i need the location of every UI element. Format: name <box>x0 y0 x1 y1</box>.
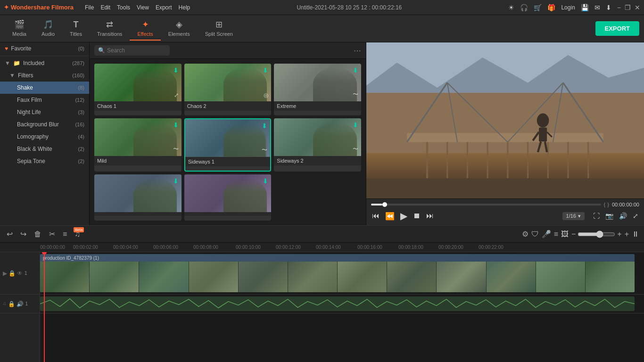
toolbar-elements[interactable]: ◈ Elements <box>161 16 198 41</box>
audio-clip[interactable] <box>40 296 635 311</box>
toolbar-split-screen[interactable]: ⊞ Split Screen <box>198 16 240 41</box>
menu-edit[interactable]: Edit <box>100 4 110 11</box>
included-item[interactable]: ▼ 📁 Included (287) <box>0 57 89 69</box>
search-icon: 🔍 <box>98 47 105 54</box>
minimize-button[interactable]: − <box>617 4 621 11</box>
effect-card-extreme[interactable]: ⬇ 〜 Extreme <box>274 64 361 115</box>
toolbar-media[interactable]: 🎬 Media <box>5 16 34 41</box>
play-track-icon[interactable]: ▶ <box>3 270 7 277</box>
toolbar-audio[interactable]: 🎵 Audio <box>34 16 62 41</box>
menu-tools[interactable]: Tools <box>117 4 130 11</box>
progress-bar-row: { } 00:00:00:00 <box>371 202 639 207</box>
ruler-mark-11: 00:00:22:00 <box>479 245 504 250</box>
beta-badge: Beta <box>74 227 84 232</box>
cart-icon[interactable]: 🛒 <box>534 4 542 11</box>
audio-track-icon[interactable]: ♫ <box>3 301 7 307</box>
snapshot-button[interactable]: 📷 <box>604 211 614 221</box>
toolbar-transitions[interactable]: ⇄ Transitions <box>90 16 130 41</box>
svg-rect-20 <box>539 127 547 141</box>
night-life-item[interactable]: Night Life (3) <box>0 106 89 118</box>
mail-icon[interactable]: ✉ <box>594 4 600 11</box>
lomography-item[interactable]: Lomography (4) <box>0 131 89 143</box>
expand-icon-chaos1: ⤢ <box>174 92 179 99</box>
settings-button[interactable]: ⤢ <box>632 211 639 221</box>
shake-item[interactable]: Shake (8) <box>0 82 89 94</box>
effect-card-extra2[interactable]: ⬇ <box>184 174 272 221</box>
page-indicator[interactable]: 1/16 ▾ <box>562 212 585 220</box>
ripple-button[interactable]: 🛡 <box>531 230 539 239</box>
lock-track-icon[interactable]: 🔒 <box>8 270 16 277</box>
play-button[interactable]: ▶ <box>399 209 408 222</box>
effect-card-sideways1[interactable]: ⬇ 〜 Sideways 1 <box>184 118 272 172</box>
circle-icon-chaos2: ◎ <box>264 92 268 99</box>
menu-export[interactable]: Export <box>156 4 172 11</box>
effect-card-extra1[interactable]: ⬇ <box>94 174 182 221</box>
export-button[interactable]: EXPORT <box>595 21 639 36</box>
playback-controls: { } 00:00:00:00 ⏮ ⏪ ▶ ⏹ ⏭ 1/16 ▾ ⛶ 📷 🔊 <box>366 198 644 225</box>
gift-icon[interactable]: 🎁 <box>547 4 555 11</box>
video-clip[interactable]: production ID_4782379 (1) <box>40 254 635 292</box>
volume-button[interactable]: 🔊 <box>618 211 628 221</box>
search-bar[interactable]: 🔍 <box>94 45 170 56</box>
volume-audio-icon[interactable]: 🔊 <box>17 301 24 307</box>
zoom-slider[interactable] <box>578 230 615 238</box>
undo-button[interactable]: ↩ <box>5 229 15 239</box>
filters-item[interactable]: ▼ Filters (160) <box>0 69 89 82</box>
window-controls: − ❐ ✕ <box>617 4 640 11</box>
login-button[interactable]: Login <box>561 4 575 11</box>
heart-icon: ♥ <box>5 45 8 52</box>
step-back-button[interactable]: ⏮ <box>371 211 380 221</box>
sepia-tone-item[interactable]: Sepia Tone (2) <box>0 155 89 167</box>
fullscreen-button[interactable]: ⛶ <box>592 211 601 221</box>
prev-frame-button[interactable]: ⏪ <box>384 211 396 222</box>
zoom-in-button[interactable]: + <box>617 230 621 239</box>
svg-rect-3 <box>407 133 603 142</box>
effect-card-mild[interactable]: ⬇ 〜 Mild <box>94 118 182 172</box>
menu-file[interactable]: File <box>85 4 94 11</box>
beat-button[interactable]: ♫ Beta <box>73 229 82 239</box>
restore-button[interactable]: ❐ <box>625 4 631 11</box>
download-icon[interactable]: ⬇ <box>606 4 611 11</box>
svg-rect-2 <box>366 93 644 153</box>
thumbnail-button[interactable]: 🖼 <box>561 230 569 239</box>
stop-button[interactable]: ⏹ <box>412 211 421 221</box>
ruler-mark-6: 00:00:12:00 <box>276 245 301 250</box>
mix-button[interactable]: ≡ <box>554 230 558 239</box>
main-area: ♥ Favorite (0) ▼ 📁 Included (287) ▼ Filt… <box>0 42 644 225</box>
faux-film-item[interactable]: Faux Film (12) <box>0 94 89 106</box>
cut-button[interactable]: ✂ <box>47 229 57 239</box>
fit-button[interactable]: + <box>625 230 629 239</box>
effect-card-sideways2[interactable]: ⬇ 〜 Sideways 2 <box>274 118 361 172</box>
effect-card-chaos1[interactable]: ⬇ ⤢ Chaos 1 <box>94 64 182 115</box>
snap-button[interactable]: ⚙ <box>522 230 528 239</box>
audio-track-number: 1 <box>25 301 28 306</box>
scene-svg <box>366 42 644 198</box>
toolbar-effects[interactable]: ✦ Effects <box>130 16 160 41</box>
grid-toggle-icon[interactable]: ⋯ <box>354 46 361 55</box>
download-icon-mild: ⬇ <box>173 121 179 129</box>
black-white-item[interactable]: Black & White (2) <box>0 143 89 155</box>
toolbar-titles[interactable]: T Titles <box>62 17 90 41</box>
progress-bar[interactable] <box>371 204 601 206</box>
time-display: 00:00:00:00 <box>612 202 639 207</box>
save-icon[interactable]: 💾 <box>581 4 589 11</box>
delete-button[interactable]: 🗑 <box>32 229 43 239</box>
step-fwd-button[interactable]: ⏭ <box>425 211 435 221</box>
lock-audio-icon[interactable]: 🔒 <box>8 301 15 307</box>
headphone-icon[interactable]: 🎧 <box>520 4 528 11</box>
effect-card-chaos2[interactable]: ⬇ ◎ Chaos 2 <box>184 64 272 115</box>
mic-button[interactable]: 🎤 <box>542 230 551 239</box>
favorite-item[interactable]: ♥ Favorite (0) <box>0 42 89 55</box>
audio-settings-button[interactable]: ≡ <box>61 229 69 239</box>
sun-icon[interactable]: ☀ <box>508 4 514 11</box>
menu-view[interactable]: View <box>137 4 149 11</box>
eye-track-icon[interactable]: 👁 <box>17 270 23 277</box>
search-input[interactable] <box>107 47 166 54</box>
close-button[interactable]: ✕ <box>635 4 640 11</box>
menu-help[interactable]: Help <box>179 4 190 11</box>
timeline-end-button[interactable]: ⏸ <box>632 230 639 239</box>
ruler-mark-2: 00:00:04:00 <box>113 245 138 250</box>
redo-button[interactable]: ↪ <box>18 229 28 239</box>
zoom-out-button[interactable]: − <box>571 230 576 239</box>
background-blur-item[interactable]: Background Blur (16) <box>0 118 89 131</box>
